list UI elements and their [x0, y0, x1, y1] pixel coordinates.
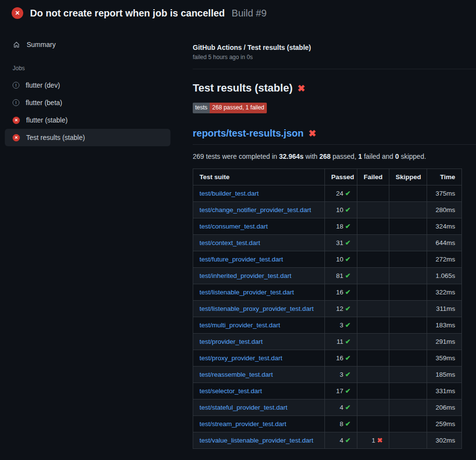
suite-link[interactable]: test/selector_test.dart [200, 387, 262, 395]
suite-cell: test/consumer_test.dart [193, 218, 325, 234]
check-icon: ✔ [345, 256, 351, 263]
table-row: test/stateful_provider_test.dart4 ✔206ms [193, 399, 462, 415]
suite-link[interactable]: test/future_provider_test.dart [200, 256, 283, 263]
page-layout: Summary Jobs !flutter (dev)!flutter (bet… [0, 25, 476, 449]
divider [193, 69, 476, 69]
time-cell: 311ms [427, 300, 462, 317]
sidebar-item-summary[interactable]: Summary [5, 36, 170, 53]
job-label: flutter (beta) [26, 99, 62, 107]
sidebar-item-flutter-stable[interactable]: ✕flutter (stable) [5, 111, 170, 129]
suite-link[interactable]: test/builder_test.dart [200, 190, 259, 197]
suite-link[interactable]: test/value_listenable_provider_test.dart [200, 437, 313, 444]
suite-cell: test/change_notifier_provider_test.dart [193, 201, 325, 218]
skipped-cell [389, 432, 427, 448]
suite-link[interactable]: test/stream_provider_test.dart [200, 420, 286, 428]
suite-link[interactable]: test/context_test.dart [200, 239, 260, 246]
sidebar-item-flutter-dev[interactable]: !flutter (dev) [5, 77, 170, 94]
summary-text: failed and [362, 153, 396, 160]
failed-cell [357, 284, 389, 300]
summary-line: 269 tests were completed in 32.964s with… [193, 153, 476, 160]
count-value: 16 [336, 354, 345, 362]
summary-number: 32.964s [279, 153, 304, 160]
failed-cell [357, 317, 389, 333]
skipped-cell [389, 317, 427, 333]
col-time: Time [427, 169, 462, 185]
table-row: test/change_notifier_provider_test.dart1… [193, 201, 462, 218]
failed-cell [357, 185, 389, 201]
home-icon [13, 41, 20, 48]
neutral-circle-icon: ! [13, 82, 19, 89]
neutral-circle-icon: ! [13, 99, 19, 106]
suite-cell: test/selector_test.dart [193, 383, 325, 399]
suite-link[interactable]: test/listenable_proxy_provider_test.dart [200, 305, 314, 312]
time-cell: 272ms [427, 251, 462, 267]
jobs-heading: Jobs [5, 62, 170, 75]
failed-x-icon: ✖ [308, 129, 316, 138]
passed-cell: 18 ✔ [325, 218, 357, 234]
suite-link[interactable]: test/listenable_provider_test.dart [200, 289, 294, 296]
job-label: flutter (stable) [26, 116, 68, 124]
check-icon: ✔ [345, 404, 351, 411]
count-value: 16 [336, 289, 345, 296]
skipped-cell [389, 218, 427, 234]
check-icon: ✔ [345, 387, 351, 395]
time-cell: 644ms [427, 234, 462, 251]
suite-cell: test/inherited_provider_test.dart [193, 267, 325, 284]
suite-link[interactable]: test/proxy_provider_test.dart [200, 354, 282, 362]
failed-cell [357, 366, 389, 383]
check-icon: ✔ [345, 289, 351, 296]
suite-link[interactable]: test/reassemble_test.dart [200, 371, 273, 378]
count-value: 81 [336, 272, 345, 279]
failed-cell [357, 399, 389, 415]
skipped-cell [389, 284, 427, 300]
suite-cell: test/builder_test.dart [193, 185, 325, 201]
count-value: 8 [339, 420, 345, 428]
job-label: flutter (dev) [26, 81, 60, 89]
table-row: test/listenable_provider_test.dart16 ✔32… [193, 284, 462, 300]
summary-text: with [304, 153, 320, 160]
failed-cell: 1 ✖ [357, 432, 389, 448]
suite-link[interactable]: test/change_notifier_provider_test.dart [200, 206, 311, 214]
failed-cell [357, 201, 389, 218]
suite-link[interactable]: test/consumer_test.dart [200, 223, 268, 230]
report-heading: reports/test-results.json ✖ [193, 128, 476, 145]
results-table: Test suite Passed Failed Skipped Time te… [193, 169, 462, 449]
count-value: 11 [337, 338, 345, 345]
check-icon: ✔ [345, 223, 351, 230]
count-value: 10 [336, 256, 345, 263]
summary-text: passed, [331, 153, 358, 160]
table-header-row: Test suite Passed Failed Skipped Time [193, 169, 462, 185]
check-icon: ✔ [345, 239, 351, 246]
passed-cell: 4 ✔ [325, 432, 357, 448]
time-cell: 302ms [427, 432, 462, 448]
suite-link[interactable]: test/inherited_provider_test.dart [200, 272, 292, 279]
time-cell: 322ms [427, 284, 462, 300]
check-icon: ✔ [345, 354, 351, 362]
summary-number: 1 [358, 153, 362, 160]
status-line: failed 5 hours ago in 0s [193, 54, 476, 61]
report-link[interactable]: reports/test-results.json [193, 128, 304, 139]
time-cell: 331ms [427, 383, 462, 399]
sidebar-item-test-results-stable[interactable]: ✕Test results (stable) [5, 129, 170, 146]
table-row: test/multi_provider_test.dart3 ✔183ms [193, 317, 462, 333]
table-row: test/reassemble_test.dart3 ✔185ms [193, 366, 462, 383]
sidebar-item-flutter-beta[interactable]: !flutter (beta) [5, 94, 170, 111]
suite-link[interactable]: test/stateful_provider_test.dart [200, 404, 288, 411]
suite-cell: test/listenable_proxy_provider_test.dart [193, 300, 325, 317]
suite-cell: test/value_listenable_provider_test.dart [193, 432, 325, 448]
main-content: GitHub Actions / Test results (stable) f… [172, 25, 476, 449]
suite-cell: test/stateful_provider_test.dart [193, 399, 325, 415]
failed-cell [357, 234, 389, 251]
jobs-list: !flutter (dev)!flutter (beta)✕flutter (s… [5, 77, 170, 146]
suite-link[interactable]: test/provider_test.dart [200, 338, 263, 345]
count-value: 10 [336, 206, 345, 214]
job-label: Test results (stable) [26, 134, 85, 141]
skipped-cell [389, 201, 427, 218]
time-cell: 185ms [427, 366, 462, 383]
passed-cell: 10 ✔ [325, 251, 357, 267]
suite-link[interactable]: test/multi_provider_test.dart [200, 322, 280, 329]
passed-cell: 17 ✔ [325, 383, 357, 399]
count-value: 4 [339, 404, 345, 411]
table-row: test/inherited_provider_test.dart81 ✔1.0… [193, 267, 462, 284]
time-cell: 375ms [427, 185, 462, 201]
